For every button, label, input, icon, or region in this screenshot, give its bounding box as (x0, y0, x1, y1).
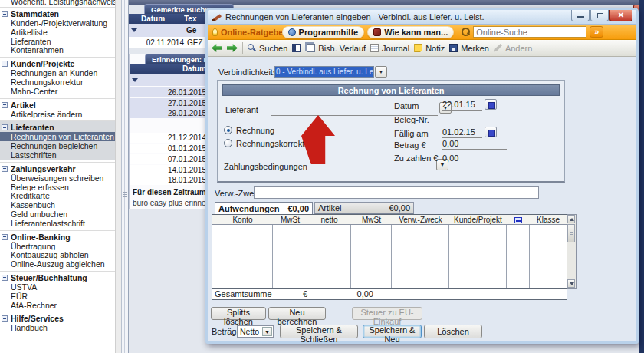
journal-label: Journal (382, 44, 409, 53)
speichern-neu-button[interactable]: Speichern & Neu (363, 325, 422, 338)
sidebar-item[interactable]: EÜR (0, 292, 115, 301)
sidebar-item[interactable]: Artikelpreise ändern (0, 110, 115, 119)
tab-artikel[interactable]: Artikel €0,00 (314, 202, 414, 214)
sidebar-item[interactable]: Belege erfassen (0, 183, 115, 192)
rechnung-radio-label[interactable]: Rechnung (236, 126, 274, 135)
collapse-icon[interactable] (2, 234, 8, 240)
collapse-icon[interactable] (2, 11, 8, 17)
tab-aufwendungen[interactable]: Aufwendungen €0,00 (215, 202, 313, 214)
sidebar-item[interactable]: Rechnungskorrektur (0, 78, 115, 87)
programmhilfe-button[interactable]: Programmhilfe (282, 26, 365, 38)
sidebar-item[interactable]: Lastschriften (0, 150, 115, 160)
sidebar-item[interactable]: USTVA (0, 282, 115, 292)
sidebar-item[interactable]: Artikelliste (0, 28, 115, 37)
sidebar-item[interactable]: Überweisungen schreiben (0, 173, 115, 183)
neu-berechnen-button[interactable]: Neu berechnen (268, 307, 326, 320)
minimize-button[interactable] (571, 10, 590, 21)
section-header-artikel[interactable]: Artikel (0, 101, 115, 110)
wie-kann-man-button[interactable]: Wie kann man... (367, 26, 454, 38)
section-header-hilfe-services[interactable]: Hilfe/Services (0, 314, 115, 323)
sidebar-item[interactable]: Online-Auszug abgleichen (0, 259, 115, 269)
section-header-stammdaten[interactable]: Stammdaten (0, 9, 115, 18)
table-scrollbar[interactable] (567, 214, 577, 289)
column-header-billable[interactable] (507, 215, 530, 224)
more-chevrons-button[interactable]: » (590, 26, 603, 38)
faellig-calendar-button[interactable] (485, 127, 497, 137)
sidebar-item[interactable]: Handbuch (0, 323, 115, 332)
dialog-titlebar[interactable]: Rechnungen von Lieferanten eingeben - Ve… (208, 10, 636, 25)
sidebar-item[interactable]: Mahn-Center (0, 87, 115, 96)
column-header-mwst[interactable]: MwSt (273, 215, 307, 224)
notiz-button[interactable]: Notiz (414, 44, 445, 53)
verbindlichkeitskonto-dropdown-button[interactable]: ▼ (375, 66, 387, 78)
column-header-klasse[interactable]: Klasse (530, 215, 567, 224)
pane-splitter[interactable] (121, 0, 129, 353)
scroll-up-button[interactable] (567, 215, 575, 223)
scroll-down-button[interactable] (567, 279, 575, 288)
online-ratgeber-label[interactable]: Online-Ratgeber (221, 28, 287, 37)
column-header-datum[interactable]: Datum (130, 64, 206, 73)
column-header-netto[interactable]: netto (307, 215, 351, 224)
splitts-loeschen-button[interactable]: Splitts löschen (211, 307, 266, 320)
sidebar-item[interactable]: Kreditkarte (0, 191, 115, 200)
beleg-nr-field[interactable] (442, 114, 507, 124)
sidebar-item[interactable]: Kontenrahmen (0, 45, 115, 54)
back-arrow-button[interactable] (212, 44, 222, 52)
forward-arrow-button[interactable] (227, 44, 238, 52)
sidebar-item-rechnungen-von-lieferanten[interactable]: Rechnungen von Lieferanten (0, 132, 115, 141)
section-header-zahlungsverkehr[interactable]: Zahlungsverkehr (0, 164, 115, 173)
sidebar-item-woechentl[interactable]: Wöchentl. Leistungsnachweis (0, 0, 115, 7)
column-header-mwst2[interactable]: MwSt (351, 215, 392, 224)
sidebar-item[interactable]: Lieferanten (0, 37, 115, 46)
datum-calendar-button[interactable] (485, 99, 497, 110)
accounts-book-button[interactable] (292, 44, 301, 52)
betraege-select[interactable]: Netto ▼ (237, 325, 274, 338)
column-header-konto[interactable]: Konto (212, 215, 273, 224)
rechnungskorrektur-radio-label[interactable]: Rechnungskorrektur (236, 139, 312, 148)
expander-icon[interactable] (131, 28, 137, 32)
collapse-icon[interactable] (2, 61, 8, 67)
sidebar-item[interactable]: Kassenbuch (0, 200, 115, 209)
sidebar-scrollbar[interactable] (115, 0, 121, 353)
column-header-kunde-projekt[interactable]: Kunde/Projekt (449, 215, 507, 224)
sidebar-item[interactable]: Kontoauszug abholen (0, 250, 115, 259)
betrag-field[interactable]: 0,00 (442, 139, 507, 150)
scrollbar-thumb[interactable] (567, 224, 575, 242)
collapse-icon[interactable] (2, 166, 8, 172)
collapse-icon[interactable] (2, 315, 8, 322)
sidebar-item[interactable]: AfA-Rechner (0, 301, 115, 310)
section-header-kunden-projekte[interactable]: Kunden/Projekte (0, 59, 115, 68)
suchen-button[interactable]: Suchen (248, 44, 288, 53)
collapse-icon[interactable] (2, 102, 8, 108)
loeschen-button[interactable]: Löschen (424, 325, 482, 338)
column-header-verw-zweck[interactable]: Verw.-Zweck (392, 215, 449, 224)
maximize-button[interactable] (590, 10, 609, 21)
sidebar-item[interactable]: Lieferantenlastschrift (0, 219, 115, 228)
faellig-am-field[interactable]: 01.02.15 (442, 127, 482, 138)
bish-verlauf-button[interactable]: Bish. Verlauf (305, 44, 366, 53)
verw-zweck-input[interactable] (254, 186, 539, 199)
section-header-steuer-buchhaltung[interactable]: Steuer/Buchhaltung (0, 273, 115, 282)
sidebar-item[interactable]: Kunden-/Projektverwaltung (0, 18, 115, 28)
journal-button[interactable]: Journal (370, 44, 409, 53)
sidebar-item[interactable]: Übertragung (0, 242, 115, 251)
column-header-datum[interactable]: Datum (141, 15, 184, 23)
section-header-lieferanten[interactable]: Lieferanten (0, 123, 115, 132)
sidebar-item[interactable]: Rechnungen begleichen (0, 141, 115, 150)
expander-icon[interactable] (132, 78, 138, 82)
rechnung-radio[interactable] (224, 126, 232, 134)
datum-field[interactable]: 22.01.15 (442, 100, 482, 111)
close-button[interactable]: ✕ (610, 10, 632, 21)
rechnungskorrektur-radio[interactable] (224, 139, 232, 147)
speichern-schliessen-button[interactable]: Speichern & Schließen (280, 325, 358, 338)
tab-amount: €0,00 (389, 203, 410, 213)
collapse-icon[interactable] (2, 124, 8, 130)
verbindlichkeitskonto-combo[interactable]: 0 - Verbindl. aus Liefer. u. Leist. (274, 66, 374, 78)
sidebar-item[interactable]: Rechnungen an Kunden (0, 68, 115, 78)
online-suche-input[interactable] (473, 26, 586, 38)
section-header-online-banking[interactable]: Online-Banking (0, 233, 115, 242)
merken-button[interactable]: Merken (449, 44, 489, 53)
sidebar-item[interactable]: Geld umbuchen (0, 209, 115, 219)
collapse-icon[interactable] (2, 275, 8, 281)
table-body[interactable] (212, 225, 567, 288)
